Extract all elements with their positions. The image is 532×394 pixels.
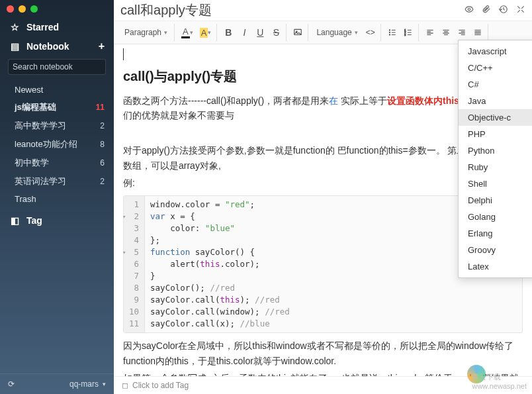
- notebook-count: 2: [100, 121, 105, 130]
- number-list-button[interactable]: 123: [401, 25, 416, 40]
- paragraph-select[interactable]: Paragraph▾: [120, 25, 171, 40]
- language-menu-item[interactable]: C#: [459, 76, 532, 93]
- star-icon: ☆: [9, 22, 20, 32]
- paragraph-3: 因为sayColor在全局域中，所以this和window或者不写都是等价的，所…: [123, 338, 523, 368]
- sidebar-starred[interactable]: ☆Starred: [0, 18, 114, 36]
- notebook-name: js编程基础: [15, 101, 56, 113]
- language-menu-item[interactable]: Shell: [459, 175, 532, 192]
- add-notebook-icon[interactable]: +: [99, 40, 105, 52]
- language-menu-item[interactable]: Delphi: [459, 192, 532, 209]
- language-menu-item[interactable]: Java: [459, 93, 532, 109]
- language-menu-item[interactable]: Groovy: [459, 242, 532, 258]
- history-icon[interactable]: [499, 5, 508, 16]
- maximize-window-icon[interactable]: [30, 5, 38, 13]
- underline-button[interactable]: U: [253, 25, 267, 40]
- language-menu-item[interactable]: Javascript: [459, 43, 532, 60]
- notebook-count: 6: [100, 158, 105, 168]
- sidebar-tag[interactable]: ◧Tag: [0, 211, 114, 230]
- tagbar-label: Click to add Tag: [132, 381, 189, 390]
- language-menu-item[interactable]: C/C++: [459, 60, 532, 76]
- language-menu-item[interactable]: Latex: [459, 258, 532, 275]
- search-input[interactable]: [8, 59, 106, 75]
- notebook-icon: ▤: [9, 41, 20, 52]
- strike-button[interactable]: S: [269, 25, 283, 40]
- paragraph-4: 如果第一个参数写成x之后，函数内的this就指向了x，也就是说，this.col…: [123, 371, 523, 376]
- sidebar-item-notebook[interactable]: Trash: [0, 191, 114, 207]
- highlight-button[interactable]: A▾: [197, 25, 214, 40]
- notebook-count: 2: [100, 177, 105, 186]
- tag-label: Tag: [26, 215, 42, 226]
- notebook-name: 初中数学: [15, 157, 49, 169]
- text-color-button[interactable]: A▾: [179, 25, 196, 40]
- preview-icon[interactable]: [465, 5, 474, 16]
- align-center-button[interactable]: [439, 25, 453, 40]
- fullscreen-icon[interactable]: [516, 5, 525, 16]
- close-window-icon[interactable]: [7, 5, 14, 13]
- chevron-down-icon: ▾: [103, 381, 106, 387]
- language-menu-item[interactable]: Ruby: [459, 159, 532, 175]
- language-menu-item[interactable]: Erlang: [459, 225, 532, 242]
- attachment-icon[interactable]: [482, 5, 491, 16]
- notebook-name: leanote功能介绍: [15, 138, 77, 150]
- window-controls: [0, 0, 114, 18]
- image-button[interactable]: [290, 25, 305, 40]
- align-justify-button[interactable]: [470, 25, 485, 40]
- sidebar-item-notebook[interactable]: leanote功能介绍8: [0, 135, 114, 154]
- sidebar-item-notebook[interactable]: 初中数学6: [0, 154, 114, 172]
- align-right-button[interactable]: [455, 25, 469, 40]
- notebook-name: Trash: [15, 194, 36, 204]
- bookmark-icon: ◻: [122, 381, 128, 390]
- language-menu-item[interactable]: Python: [459, 142, 532, 159]
- svg-point-5: [389, 34, 390, 35]
- notebook-name: 高中数学学习: [15, 120, 66, 132]
- sidebar-item-notebook[interactable]: Newest: [0, 81, 114, 98]
- notebook-label: Notebook: [26, 41, 69, 52]
- language-menu-item[interactable]: PHP: [459, 126, 532, 142]
- svg-point-3: [389, 30, 390, 30]
- svg-point-0: [468, 8, 470, 11]
- note-title-input[interactable]: [120, 3, 465, 18]
- notebook-count: 8: [100, 140, 105, 149]
- language-menu-item[interactable]: Objective-c: [459, 109, 532, 126]
- language-select[interactable]: Language▾: [312, 25, 361, 40]
- notebook-name: Newest: [15, 85, 43, 95]
- svg-point-4: [389, 32, 390, 32]
- bookmark-icon: ◧: [9, 215, 20, 226]
- minimize-window-icon[interactable]: [19, 5, 26, 13]
- bullet-list-button[interactable]: [385, 25, 400, 40]
- user-label[interactable]: qq-mars: [69, 379, 99, 389]
- sidebar-notebook[interactable]: ▤Notebook +: [0, 36, 114, 56]
- sync-icon[interactable]: ⟳: [8, 379, 15, 389]
- notebook-count: 11: [96, 103, 105, 112]
- code-button[interactable]: <>: [363, 25, 378, 40]
- sidebar-item-notebook[interactable]: 高中数学学习2: [0, 117, 114, 135]
- italic-button[interactable]: I: [237, 25, 251, 40]
- svg-text:3: 3: [404, 34, 406, 36]
- notebook-name: 英语词法学习: [15, 175, 66, 187]
- notebook-list: Newestjs编程基础11高中数学学习2leanote功能介绍8初中数学6英语…: [0, 77, 114, 211]
- language-menu: JavascriptC/C++C#JavaObjective-cPHPPytho…: [458, 40, 532, 278]
- align-left-button[interactable]: [423, 25, 437, 40]
- sidebar-item-notebook[interactable]: 英语词法学习2: [0, 172, 114, 191]
- language-menu-item[interactable]: Golang: [459, 209, 532, 225]
- bold-button[interactable]: B: [221, 25, 236, 40]
- sidebar-item-notebook[interactable]: js编程基础11: [0, 98, 114, 117]
- editor-toolbar: Paragraph▾ A▾ A▾ B I U S Language▾ <> 12: [114, 21, 532, 44]
- watermark-logo: [467, 365, 486, 383]
- starred-label: Starred: [26, 22, 59, 32]
